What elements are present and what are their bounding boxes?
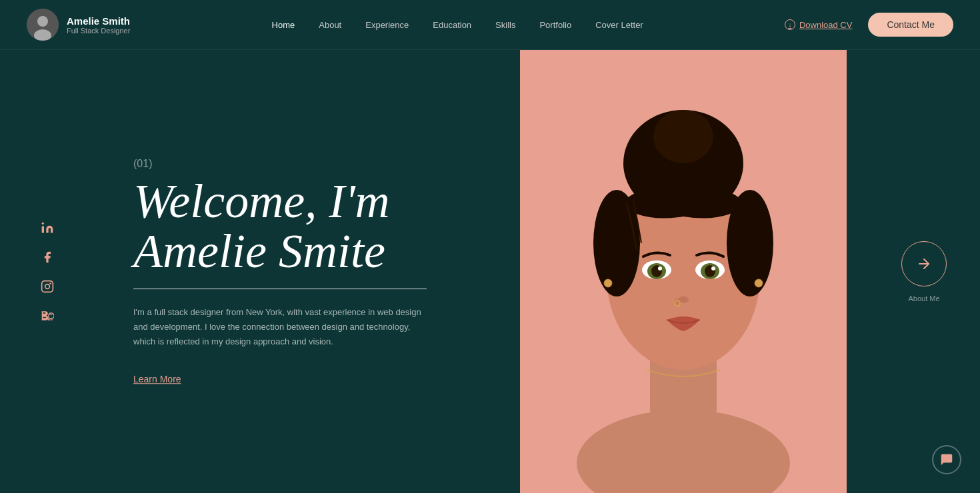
brand-name: Amelie Smith	[67, 15, 130, 27]
svg-point-1	[37, 16, 48, 27]
hero-photo	[520, 50, 847, 493]
arrow-right-icon	[916, 256, 932, 272]
download-icon: ↓	[785, 19, 795, 30]
svg-point-28	[604, 279, 612, 287]
nav-education[interactable]: Education	[433, 20, 471, 30]
svg-point-3	[42, 222, 44, 224]
nav-experience[interactable]: Experience	[365, 20, 409, 30]
svg-point-20	[658, 266, 662, 270]
chat-bubble-button[interactable]	[932, 445, 961, 474]
learn-more-link[interactable]: Learn More	[133, 374, 181, 384]
svg-point-5	[45, 284, 50, 288]
nav-right: ↓ Download CV Contact Me	[785, 13, 953, 37]
hero-title-line1: Welcome, I'm	[133, 175, 390, 228]
svg-point-6	[49, 282, 51, 284]
nav-brand: Amelie Smith Full Stack Designer	[27, 9, 130, 41]
download-cv-link[interactable]: ↓ Download CV	[785, 19, 853, 30]
svg-point-24	[711, 266, 715, 270]
instagram-icon[interactable]	[40, 279, 55, 294]
hero-content: (01) Welcome, I'm Amelie Smite I'm a ful…	[133, 158, 427, 385]
hero-title-line2: Amelie Smite	[133, 225, 385, 278]
portrait-svg	[520, 50, 847, 493]
svg-point-14	[653, 110, 713, 163]
nav-home[interactable]: Home	[272, 20, 295, 30]
hero-description: I'm a full stack designer from New York,…	[133, 305, 427, 349]
facebook-icon[interactable]	[40, 250, 55, 264]
linkedin-icon[interactable]	[40, 221, 55, 235]
nav-portfolio[interactable]: Portfolio	[539, 20, 571, 30]
nav-about[interactable]: About	[319, 20, 341, 30]
nav-skills[interactable]: Skills	[495, 20, 515, 30]
nav-links: Home About Experience Education Skills P…	[272, 19, 643, 31]
behance-icon[interactable]: Bē	[40, 308, 55, 323]
svg-text:Bē: Bē	[48, 316, 53, 320]
arrow-label: About Me	[908, 294, 939, 302]
svg-rect-4	[42, 280, 53, 292]
navbar: Amelie Smith Full Stack Designer Home Ab…	[0, 0, 980, 50]
next-arrow-button[interactable]: About Me	[901, 241, 947, 302]
hero-title: Welcome, I'm Amelie Smite	[133, 177, 427, 289]
chat-icon	[939, 452, 954, 467]
portrait-background	[520, 50, 847, 493]
social-sidebar: Bē	[40, 221, 55, 323]
contact-button[interactable]: Contact Me	[868, 13, 953, 37]
avatar	[27, 9, 59, 41]
hero-number: (01)	[133, 158, 427, 170]
brand-subtitle: Full Stack Designer	[67, 27, 130, 35]
brand-text: Amelie Smith Full Stack Designer	[67, 15, 130, 35]
arrow-circle	[901, 241, 947, 286]
main-section: Bē (01) Welcome, I'm Amelie Smite I'm a …	[0, 50, 980, 493]
svg-point-29	[755, 279, 763, 287]
nav-cover-letter[interactable]: Cover Letter	[595, 20, 643, 30]
